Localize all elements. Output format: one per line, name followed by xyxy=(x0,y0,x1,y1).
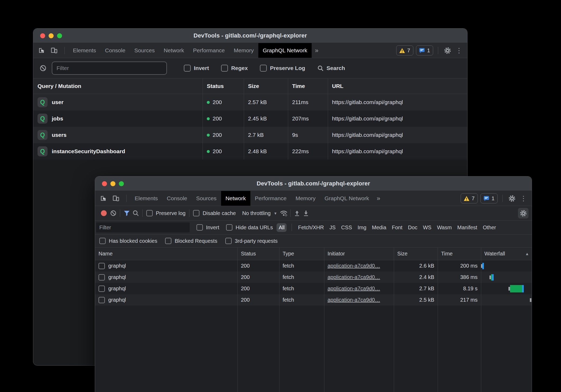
type-filter-wasm[interactable]: Wasm xyxy=(437,225,452,231)
network-conditions-icon[interactable] xyxy=(279,209,288,218)
col-name[interactable]: Name xyxy=(95,248,237,260)
request-row[interactable]: graphql 200 fetch application-a7ca9d0… 2… xyxy=(95,260,532,272)
row-checkbox[interactable] xyxy=(99,274,105,281)
column-divider[interactable] xyxy=(328,78,328,160)
col-type[interactable]: Type xyxy=(279,248,324,260)
tab-console[interactable]: Console xyxy=(101,43,130,58)
inspect-element-icon[interactable] xyxy=(99,194,108,203)
col-url[interactable]: URL xyxy=(328,78,467,94)
column-divider[interactable] xyxy=(244,78,244,160)
preserve-log-checkbox[interactable]: Preserve log xyxy=(146,210,185,216)
device-toolbar-icon[interactable] xyxy=(111,194,120,203)
throttling-dropdown[interactable]: No throttling ▾ xyxy=(242,210,277,216)
inspect-element-icon[interactable] xyxy=(37,46,46,55)
col-size[interactable]: Size xyxy=(244,78,288,94)
issues-badge[interactable]: 1 xyxy=(480,193,498,203)
zoom-button[interactable] xyxy=(57,33,62,38)
tab-network[interactable]: Network xyxy=(221,191,250,206)
col-size[interactable]: Size xyxy=(394,248,438,260)
request-row[interactable]: graphql 200 fetch application-a7ca9d0… 2… xyxy=(95,283,532,294)
column-divider[interactable] xyxy=(324,248,324,392)
column-divider[interactable] xyxy=(237,248,238,392)
filter-input[interactable] xyxy=(52,62,167,75)
filter-input[interactable] xyxy=(96,222,190,232)
close-button[interactable] xyxy=(102,181,107,186)
invert-checkbox[interactable]: Invert xyxy=(197,224,219,231)
has-blocked-cookies-checkbox[interactable]: Has blocked cookies xyxy=(99,238,157,244)
tab-memory[interactable]: Memory xyxy=(229,43,258,58)
tab-performance[interactable]: Performance xyxy=(189,43,229,58)
network-settings-gear-icon[interactable] xyxy=(518,208,529,218)
request-row[interactable]: graphql 200 fetch application-a7ca9d0… 2… xyxy=(95,294,532,306)
col-status[interactable]: Status xyxy=(203,78,244,94)
column-divider[interactable] xyxy=(279,248,279,392)
search-icon[interactable] xyxy=(131,209,140,218)
col-initiator[interactable]: Initiator xyxy=(324,248,394,260)
tab-graphql-network[interactable]: GraphQL Network xyxy=(258,43,312,58)
invert-checkbox[interactable]: Invert xyxy=(184,65,209,72)
clear-icon[interactable] xyxy=(109,209,118,218)
row-checkbox[interactable] xyxy=(99,297,105,303)
blocked-requests-checkbox[interactable]: Blocked Requests xyxy=(165,238,217,244)
initiator-link[interactable]: application-a7ca9d0… xyxy=(328,263,380,269)
zoom-button[interactable] xyxy=(119,181,124,186)
type-filter-all[interactable]: All xyxy=(277,223,287,232)
kebab-menu-icon[interactable]: ⋮ xyxy=(455,46,464,55)
warnings-badge[interactable]: 7 xyxy=(396,45,413,55)
hide-data-urls-checkbox[interactable]: Hide data URLs xyxy=(226,224,273,231)
type-filter-ws[interactable]: WS xyxy=(423,225,431,231)
more-tabs-icon[interactable]: » xyxy=(312,43,321,58)
search-button[interactable]: Search xyxy=(317,65,345,72)
column-divider[interactable] xyxy=(203,78,203,160)
tab-graphql-network[interactable]: GraphQL Network xyxy=(320,191,373,206)
issues-badge[interactable]: 1 xyxy=(416,45,433,55)
more-tabs-icon[interactable]: » xyxy=(373,191,383,206)
device-toolbar-icon[interactable] xyxy=(50,46,59,55)
type-filter-js[interactable]: JS xyxy=(329,225,335,231)
query-row[interactable]: QinstanceSecurityDashboard 200 2.48 kB 2… xyxy=(33,143,467,160)
column-divider[interactable] xyxy=(288,78,288,160)
type-filter-img[interactable]: Img xyxy=(358,225,366,231)
tab-performance[interactable]: Performance xyxy=(250,191,291,206)
column-divider[interactable] xyxy=(394,248,394,392)
initiator-link[interactable]: application-a7ca9d0… xyxy=(328,286,380,292)
query-row[interactable]: Qusers 200 2.7 kB 9s https://gitlab.com/… xyxy=(33,127,467,143)
settings-gear-icon[interactable] xyxy=(507,194,516,203)
type-filter-manifest[interactable]: Manifest xyxy=(457,225,477,231)
row-checkbox[interactable] xyxy=(99,286,105,292)
tab-network[interactable]: Network xyxy=(159,43,189,58)
tab-sources[interactable]: Sources xyxy=(130,43,159,58)
request-row[interactable]: graphql 200 fetch application-a7ca9d0… 2… xyxy=(95,272,532,283)
record-button[interactable] xyxy=(101,210,107,216)
type-filter-fetch-xhr[interactable]: Fetch/XHR xyxy=(298,225,324,231)
query-row[interactable]: Qjobs 200 2.45 kB 207ms https://gitlab.c… xyxy=(33,110,467,127)
close-button[interactable] xyxy=(40,33,45,38)
query-row[interactable]: Quser 200 2.57 kB 211ms https://gitlab.c… xyxy=(33,94,467,110)
warnings-badge[interactable]: 7 xyxy=(461,193,478,203)
col-time[interactable]: Time xyxy=(438,248,481,260)
tab-sources[interactable]: Sources xyxy=(192,191,221,206)
regex-checkbox[interactable]: Regex xyxy=(221,65,248,72)
tab-elements[interactable]: Elements xyxy=(130,191,162,206)
initiator-link[interactable]: application-a7ca9d0… xyxy=(328,297,380,303)
type-filter-css[interactable]: CSS xyxy=(341,225,352,231)
export-har-icon[interactable] xyxy=(302,209,311,218)
type-filter-media[interactable]: Media xyxy=(372,225,386,231)
tab-memory[interactable]: Memory xyxy=(291,191,320,206)
filter-funnel-icon[interactable] xyxy=(122,209,131,218)
kebab-menu-icon[interactable]: ⋮ xyxy=(519,194,528,203)
import-har-icon[interactable] xyxy=(293,209,302,218)
column-divider[interactable] xyxy=(438,248,438,392)
tab-console[interactable]: Console xyxy=(162,191,192,206)
col-waterfall[interactable]: Waterfall ▲ xyxy=(481,248,532,260)
type-filter-doc[interactable]: Doc xyxy=(408,225,418,231)
settings-gear-icon[interactable] xyxy=(443,46,452,55)
preserve-log-checkbox[interactable]: Preserve Log xyxy=(260,65,305,72)
minimize-button[interactable] xyxy=(110,181,115,186)
row-checkbox[interactable] xyxy=(99,263,105,269)
col-query-mutation[interactable]: Query / Mutation xyxy=(33,78,203,94)
col-status[interactable]: Status xyxy=(237,248,279,260)
tab-elements[interactable]: Elements xyxy=(68,43,101,58)
initiator-link[interactable]: application-a7ca9d0… xyxy=(328,274,380,280)
third-party-requests-checkbox[interactable]: 3rd-party requests xyxy=(225,238,278,244)
